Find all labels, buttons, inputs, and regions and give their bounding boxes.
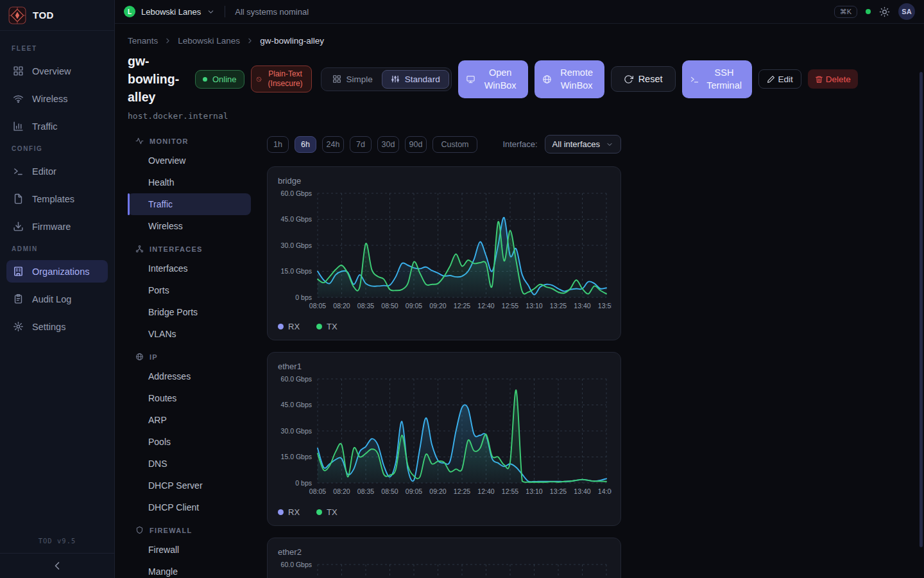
subnav-item[interactable]: Wireless — [128, 215, 251, 237]
view-mode-toggle: Simple Standard — [321, 67, 452, 91]
legend-label: TX — [327, 507, 338, 517]
online-dot — [203, 77, 207, 82]
sidebar-item-label: Wireless — [32, 94, 68, 104]
subnav-section: INTERFACES InterfacesPortsBridge PortsVL… — [128, 241, 251, 345]
sidebar-item[interactable]: Overview — [6, 60, 108, 82]
time-range-button[interactable]: Custom — [432, 136, 477, 153]
subnav-item[interactable]: Ports — [128, 279, 251, 301]
scrollbar[interactable] — [920, 72, 923, 547]
ssh-terminal-button[interactable]: SSH Terminal — [682, 60, 752, 98]
svg-text:13:40: 13:40 — [574, 302, 590, 310]
breadcrumb-tenant[interactable]: Lebowski Lanes — [178, 36, 240, 46]
time-range-button[interactable]: 24h — [322, 136, 344, 153]
trash-icon — [815, 75, 823, 83]
view-mode-button[interactable]: Simple — [323, 70, 382, 89]
user-avatar[interactable]: SA — [898, 3, 915, 20]
tenant-switcher[interactable]: L Lebowski Lanes — [124, 6, 215, 17]
chart-host: 60.0 Gbps45.0 Gbps30.0 Gbps15.0 Gbps0 bp… — [278, 188, 610, 316]
subnav-item[interactable]: Addresses — [128, 365, 251, 387]
subnav-item[interactable]: DHCP Client — [128, 496, 251, 518]
subnav-section-header: FIREWALL — [128, 522, 251, 539]
app-logo[interactable]: TOD — [0, 0, 114, 31]
time-range-button[interactable]: 90d — [405, 136, 427, 153]
svg-text:12:55: 12:55 — [502, 487, 518, 495]
subnav-item[interactable]: Bridge Ports — [128, 301, 251, 323]
subnav-item[interactable]: VLANs — [128, 323, 251, 345]
subnav-item[interactable]: Mangle — [128, 561, 251, 578]
traffic-chart: 60.0 Gbps45.0 Gbps30.0 Gbps15.0 Gbps0 bp… — [278, 374, 612, 500]
subnav-item[interactable]: ARP — [128, 409, 251, 431]
svg-text:08:50: 08:50 — [381, 487, 398, 495]
building-icon — [13, 266, 24, 277]
sidebar-collapse-button[interactable] — [51, 559, 64, 572]
sidebar-item[interactable]: Firmware — [6, 215, 108, 238]
svg-text:30.0 Gbps: 30.0 Gbps — [281, 241, 312, 249]
subnav-section-header: MONITOR — [128, 133, 251, 150]
chart-card-ether1: ether1 60.0 Gbps45.0 Gbps30.0 Gbps15.0 G… — [267, 352, 621, 526]
subnav-item[interactable]: Health — [128, 171, 251, 193]
interface-select[interactable]: All interfaces — [545, 135, 621, 153]
interface-label: Interface: — [502, 139, 537, 149]
remote-winbox-button[interactable]: Remote WinBox — [535, 60, 604, 98]
sidebar-section-label: ADMIN — [12, 245, 103, 252]
device-header: gw-bowling-alley Online Plain-Text (Inse… — [128, 52, 924, 106]
sidebar-item[interactable]: Wireless — [6, 87, 108, 110]
chart-card-bridge: bridge 60.0 Gbps45.0 Gbps30.0 Gbps15.0 G… — [267, 166, 621, 340]
clipboard-icon — [13, 293, 24, 304]
subnav-section-header: IP — [128, 349, 251, 365]
device-subnav: MONITOR OverviewHealthTrafficWireless IN… — [128, 129, 251, 578]
insecure-badge: Plain-Text (Insecure) — [251, 66, 312, 92]
sidebar-item-label: Editor — [32, 166, 56, 177]
sidebar-item[interactable]: Editor — [6, 160, 108, 182]
sidebar-item-label: Templates — [32, 194, 74, 204]
subnav-item[interactable]: DNS — [128, 453, 251, 475]
svg-text:09:20: 09:20 — [429, 487, 446, 495]
svg-text:0 bps: 0 bps — [295, 293, 312, 301]
view-mode-button[interactable]: Standard — [382, 70, 449, 89]
time-range-button[interactable]: 6h — [295, 136, 316, 153]
pencil-icon — [767, 75, 775, 83]
chart-host: 60.0 Gbps45.0 Gbps30.0 Gbps15.0 Gbps0 bp… — [278, 374, 610, 502]
sidebar-item[interactable]: Settings — [6, 315, 108, 338]
theme-toggle-button[interactable] — [879, 6, 890, 17]
subnav-section-label: IP — [150, 353, 158, 361]
subnav-item[interactable]: Overview — [128, 150, 251, 171]
command-palette-shortcut[interactable]: ⌘K — [834, 6, 857, 18]
sidebar-item[interactable]: Audit Log — [6, 288, 108, 310]
open-winbox-button[interactable]: Open WinBox — [458, 60, 528, 98]
subnav-section-items: InterfacesPortsBridge PortsVLANs — [128, 258, 251, 345]
activity-icon — [135, 137, 144, 145]
reset-button[interactable]: Reset — [611, 66, 676, 92]
chevron-right-icon — [164, 37, 172, 45]
sidebar-item-label: Firmware — [32, 222, 71, 232]
subnav-item[interactable]: Pools — [128, 431, 251, 453]
subnav-item[interactable]: DHCP Server — [128, 475, 251, 496]
sidebar-item[interactable]: Organizations — [6, 260, 108, 283]
terminal-icon — [690, 74, 699, 84]
legend-item: TX — [316, 322, 338, 331]
subnav-item[interactable]: Routes — [128, 387, 251, 409]
breadcrumb-tenants[interactable]: Tenants — [128, 36, 158, 46]
subnav-item[interactable]: Traffic — [128, 193, 251, 215]
time-range-button[interactable]: 7d — [350, 136, 372, 153]
grid-icon — [13, 66, 24, 76]
sidebar-item[interactable]: Traffic — [6, 115, 108, 137]
interface-select-value: All interfaces — [552, 139, 600, 149]
svg-text:09:05: 09:05 — [406, 487, 422, 495]
status-badge: Online — [195, 70, 244, 89]
svg-text:13:40: 13:40 — [574, 487, 590, 495]
subnav-item[interactable]: Firewall — [128, 539, 251, 561]
time-range-button[interactable]: 1h — [267, 136, 289, 153]
view-mode-label: Standard — [405, 74, 440, 84]
time-range-button[interactable]: 30d — [377, 136, 399, 153]
connection-status-dot — [866, 9, 871, 14]
edit-button[interactable]: Edit — [758, 69, 801, 89]
sidebar-section-label: CONFIG — [12, 145, 103, 152]
slash-circle-icon — [256, 76, 262, 82]
sidebar-item[interactable]: Templates — [6, 188, 108, 210]
delete-button[interactable]: Delete — [808, 69, 858, 89]
subnav-item[interactable]: Interfaces — [128, 258, 251, 279]
topbar-divider — [225, 6, 225, 17]
svg-text:08:35: 08:35 — [357, 487, 374, 495]
subnav-section-items: OverviewHealthTrafficWireless — [128, 150, 251, 237]
